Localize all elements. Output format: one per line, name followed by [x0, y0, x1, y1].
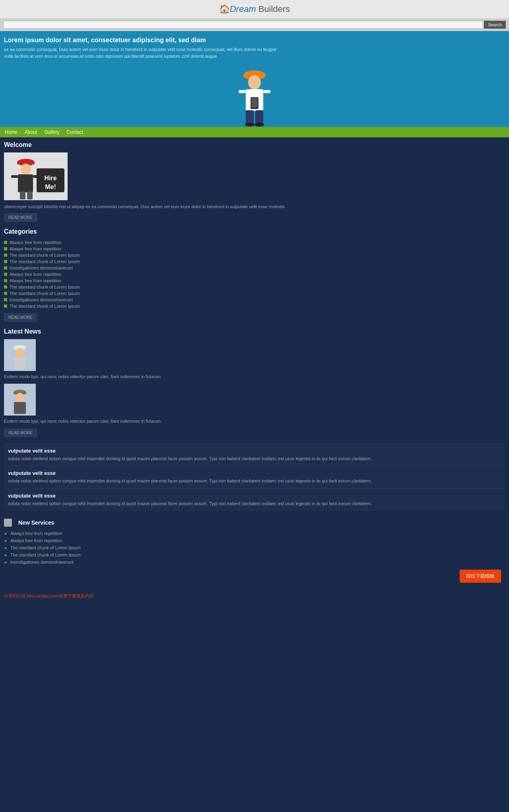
bullet-icon: [4, 241, 7, 244]
svg-rect-23: [27, 191, 33, 199]
bullet-icon: [4, 279, 7, 282]
accordion-text: soluta nobis eleifend option congue nihi…: [8, 478, 501, 484]
svg-rect-4: [239, 90, 246, 93]
services-header: New Services: [4, 519, 505, 527]
bullet-icon: [4, 254, 7, 257]
services-title: New Services: [18, 519, 54, 526]
main-content: Welcome Hire Me!: [0, 137, 509, 515]
nav-gallery[interactable]: Gallery: [43, 129, 61, 136]
site-logo: 🏠Dream Builders: [0, 4, 509, 14]
category-item: Always free from repetition: [4, 246, 505, 252]
accordion-title: vulputate velit esse: [8, 493, 501, 499]
nav-contact[interactable]: Contact: [65, 129, 84, 136]
news-text: Eodem modo typi, qui nunc nobis videntur…: [4, 418, 505, 425]
search-bar: Search: [0, 18, 509, 31]
category-item: The standard chunk of Lorem Ipsum: [4, 284, 505, 290]
new-services-section: New Services ►Always free from repetitio…: [0, 515, 509, 591]
logo-dream: Dream: [230, 4, 256, 14]
nav-about[interactable]: About: [23, 129, 39, 136]
category-item: Investigationes demonstraverunt: [4, 297, 505, 303]
news-item: Eodem modo typi, qui nunc nobis videntur…: [4, 339, 505, 380]
latest-news-title: Latest News: [4, 328, 505, 335]
hero-image: [4, 63, 505, 127]
accordion-text: soluta nobis eleifend option congue nihi…: [8, 500, 501, 507]
search-input[interactable]: [3, 21, 483, 29]
category-item: The standard chunk of Lorem Ipsum: [4, 252, 505, 258]
svg-rect-9: [255, 110, 263, 124]
bullet-icon: [4, 266, 7, 269]
welcome-section: Welcome Hire Me!: [4, 141, 505, 222]
search-button[interactable]: Search: [484, 21, 506, 29]
welcome-title: Welcome: [4, 141, 505, 148]
nav-home[interactable]: Home: [3, 129, 19, 136]
svg-rect-22: [20, 191, 25, 199]
categories-read-more[interactable]: READ MORE: [4, 313, 37, 322]
svg-text:Me!: Me!: [45, 183, 56, 190]
news-list: Eodem modo typi, qui nunc nobis videntur…: [4, 339, 505, 425]
welcome-read-more[interactable]: READ MORE: [4, 213, 37, 222]
bullet-icon: [4, 298, 7, 301]
news-image-1: [4, 384, 36, 416]
arrow-icon: ►: [4, 560, 8, 564]
service-item: ►Always free from repetition: [4, 530, 505, 537]
category-item: The standard chunk of Lorem Ipsum: [4, 290, 505, 297]
header: 🏠Dream Builders: [0, 0, 509, 18]
accordion-item[interactable]: vulputate velit esse soluta nobis eleife…: [4, 488, 505, 511]
arrow-icon: ►: [4, 546, 8, 550]
svg-point-15: [21, 164, 31, 175]
footer-watermark: 分享到社区:bbs.xienlao.com免费下载更多内容: [0, 591, 509, 601]
category-item: The standard chunk of Lorem Ipsum: [4, 258, 505, 265]
svg-rect-33: [14, 402, 26, 414]
category-item: Always free from repetition: [4, 239, 505, 246]
worker-illustration: [231, 63, 278, 127]
download-area: 前往下载模板: [4, 566, 505, 587]
svg-point-10: [245, 123, 254, 127]
bullet-icon: [4, 304, 7, 308]
hero-text: Lorem ipsum dolor sit amet, consectetuer…: [4, 37, 505, 59]
svg-point-2: [248, 75, 261, 90]
service-item: ►The standard chunk of Lorem Ipsum: [4, 544, 505, 551]
svg-point-32: [16, 393, 24, 402]
svg-rect-16: [18, 174, 33, 192]
news-item: Eodem modo typi, qui nunc nobis videntur…: [4, 384, 505, 425]
welcome-body: ullamcorper suscipit lobortis nisl ut al…: [4, 203, 505, 210]
watermark-text: 分享到社区:bbs.xienlao.com免费下载更多内容: [4, 593, 505, 599]
category-item: Always free from repetition: [4, 271, 505, 277]
svg-rect-17: [11, 175, 18, 178]
accordion-item[interactable]: vulputate velit esse soluta nobis eleife…: [4, 466, 505, 488]
hero-title: Lorem ipsum dolor sit amet, consectetuer…: [4, 37, 505, 44]
services-icon: [4, 519, 12, 527]
accordion-item[interactable]: vulputate velit esse soluta nobis eleife…: [4, 443, 505, 466]
accordion-title: vulputate velit esse: [8, 448, 501, 454]
svg-rect-28: [14, 357, 26, 369]
hire-me-image: Hire Me!: [4, 152, 68, 200]
svg-text:Hire: Hire: [44, 175, 56, 182]
logo-icon: 🏠: [219, 4, 230, 14]
service-item: ►Investigationes demonstraverunt: [4, 558, 505, 566]
category-item: Investigationes demonstraverunt: [4, 265, 505, 271]
service-item: ►The standard chunk of Lorem Ipsum: [4, 551, 505, 558]
latest-news-section: Latest News Eodem modo typi, qui nunc no…: [4, 328, 505, 437]
bullet-icon: [4, 292, 7, 295]
svg-point-27: [16, 348, 24, 358]
arrow-icon: ►: [4, 531, 8, 536]
arrow-icon: ►: [4, 553, 8, 557]
main-nav: Home About Gallery Contact: [0, 127, 509, 137]
bullet-icon: [4, 285, 7, 289]
hire-me-illustration: Hire Me!: [4, 152, 68, 200]
hero-section: Lorem ipsum dolor sit amet, consectetuer…: [0, 31, 509, 127]
category-item: The standard chunk of Lorem Ipsum: [4, 303, 505, 309]
svg-rect-5: [263, 90, 270, 93]
bullet-icon: [4, 260, 7, 263]
download-button[interactable]: 前往下载模板: [460, 570, 501, 583]
bullet-icon: [4, 273, 7, 276]
news-read-more[interactable]: READ MORE: [4, 429, 37, 437]
categories-section: Categories Always free from repetitionAl…: [4, 228, 505, 322]
accordion-text: soluta nobis eleifend option congue nihi…: [8, 455, 501, 462]
arrow-icon: ►: [4, 539, 8, 543]
svg-point-11: [254, 123, 264, 127]
svg-rect-7: [251, 98, 258, 107]
bullet-icon: [4, 247, 7, 250]
services-list: ►Always free from repetition►Always free…: [4, 530, 505, 566]
categories-title: Categories: [4, 228, 505, 235]
